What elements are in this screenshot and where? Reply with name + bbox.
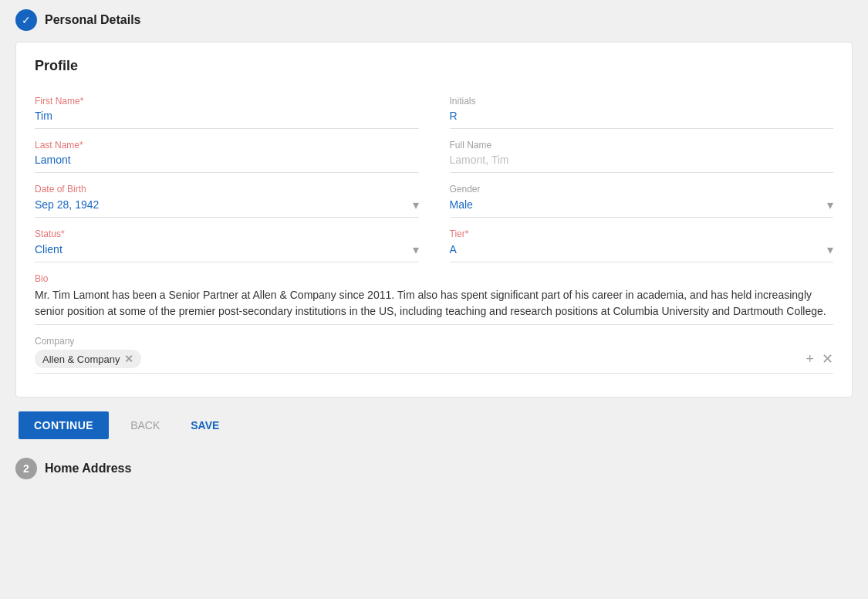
status-field: Status* Client ▾ [35,221,419,262]
first-name-field: First Name* Tim [35,88,419,129]
date-of-birth-label: Date of Birth [35,184,419,195]
gender-value[interactable]: Male [450,198,473,212]
step2-circle: 2 [15,458,37,479]
last-name-label: Last Name* [35,140,419,151]
profile-heading: Profile [35,58,833,74]
tier-field: Tier* A ▾ [450,221,834,262]
company-tags-row: Allen & Company ✕ + ✕ [35,350,833,374]
company-tag[interactable]: Allen & Company ✕ [35,350,141,368]
company-add-button[interactable]: + [806,352,814,366]
step1-header: ✓ Personal Details [15,9,853,31]
bio-value[interactable]: Mr. Tim Lamont has been a Senior Partner… [35,287,833,320]
full-name-label: Full Name [450,140,834,151]
gender-field: Gender Male ▾ [450,176,834,218]
status-label: Status* [35,228,419,239]
step2-title: Home Address [45,462,131,475]
continue-button[interactable]: CONTINUE [19,411,109,439]
status-value[interactable]: Client [35,243,62,257]
status-dropdown-arrow[interactable]: ▾ [413,242,419,257]
tier-value[interactable]: A [450,243,457,257]
save-button[interactable]: SAVE [181,411,228,439]
first-name-label: First Name* [35,96,419,107]
last-name-field: Last Name* Lamont [35,132,419,173]
bio-label: Bio [35,273,833,284]
step2-number: 2 [23,462,29,475]
company-tag-text: Allen & Company [42,354,120,365]
gender-dropdown-arrow[interactable]: ▾ [827,198,833,212]
bio-field: Bio Mr. Tim Lamont has been a Senior Par… [35,266,833,325]
last-name-value[interactable]: Lamont [35,154,419,168]
checkmark-icon: ✓ [22,14,31,26]
date-of-birth-dropdown-arrow[interactable]: ▾ [413,198,419,212]
profile-card: Profile First Name* Tim Initials R Last … [15,42,853,398]
company-clear-button[interactable]: ✕ [822,352,833,366]
initials-field: Initials R [450,88,834,129]
date-of-birth-field: Date of Birth Sep 28, 1942 ▾ [35,176,419,218]
company-tag-remove[interactable]: ✕ [124,353,133,365]
form-grid: First Name* Tim Initials R Last Name* La… [35,88,833,378]
first-name-value[interactable]: Tim [35,110,419,124]
step2-header: 2 Home Address [15,458,853,479]
tier-dropdown-arrow[interactable]: ▾ [827,242,833,257]
company-label: Company [35,336,833,347]
gender-label: Gender [450,184,834,195]
step1-title: Personal Details [45,13,141,27]
action-bar: CONTINUE BACK SAVE [15,411,853,439]
date-of-birth-value[interactable]: Sep 28, 1942 [35,198,99,212]
full-name-value[interactable]: Lamont, Tim [450,154,834,168]
tier-label: Tier* [450,228,834,239]
company-field: Company Allen & Company ✕ + ✕ [35,328,833,378]
initials-value[interactable]: R [450,110,834,124]
company-actions: + ✕ [806,352,833,366]
back-button[interactable]: BACK [121,411,169,439]
full-name-field: Full Name Lamont, Tim [450,132,834,173]
step1-circle: ✓ [15,9,37,31]
initials-label: Initials [450,96,834,107]
